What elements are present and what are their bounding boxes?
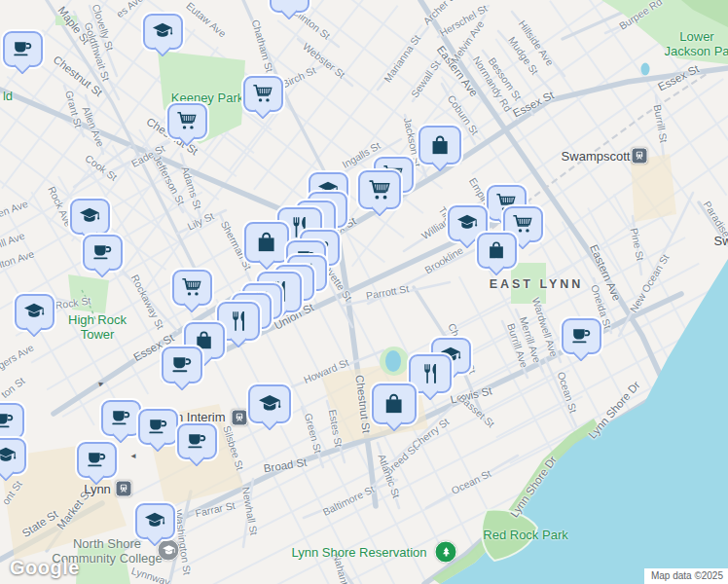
coffee-cup-icon: [91, 241, 113, 263]
marker-pin-graduation-cap[interactable]: [15, 294, 55, 330]
graduation-cap-icon: [456, 212, 478, 234]
shopping-bag-icon: [428, 133, 452, 157]
shopping-bag-icon: [254, 230, 278, 254]
shopping-cart-icon: [176, 110, 198, 131]
google-logo[interactable]: Google: [10, 557, 80, 579]
marker-pin-shopping-cart[interactable]: [243, 76, 283, 112]
marker-pin-shopping-cart[interactable]: [172, 270, 212, 306]
shopping-bag-icon: [486, 239, 507, 261]
graduation-cap-icon: [79, 205, 100, 227]
graduation-cap-icon: [0, 445, 17, 466]
marker-pin-coffee-cup[interactable]: [3, 31, 43, 67]
marker-pin-coffee-cup[interactable]: [177, 423, 217, 459]
marker-pin-shopping-bag[interactable]: [244, 222, 290, 263]
graduation-cap-icon: [152, 20, 173, 42]
marker-pin-graduation-cap[interactable]: [248, 384, 292, 423]
shopping-cart-icon: [512, 213, 533, 235]
shopping-cart-icon: [368, 178, 391, 201]
shopping-bag-icon: [382, 391, 406, 416]
marker-pin-coffee-cup[interactable]: [0, 403, 24, 439]
graduation-cap-icon: [144, 510, 165, 531]
marker-pin-shopping-bag[interactable]: [372, 383, 418, 424]
marker-pin-shopping-bag[interactable]: [477, 233, 517, 269]
marker-pin-graduation-cap[interactable]: [70, 199, 110, 235]
graduation-cap-icon: [258, 392, 281, 416]
coffee-cup-icon: [86, 449, 107, 470]
marker-pin-graduation-cap[interactable]: [0, 438, 26, 474]
coffee-cup-icon: [147, 416, 168, 437]
marker-pin-coffee-cup[interactable]: [83, 235, 123, 271]
shopping-cart-icon: [181, 276, 202, 298]
coffee-cup-icon: [186, 430, 207, 452]
coffee-cup-icon: [570, 325, 592, 347]
marker-layer: [0, 0, 728, 584]
marker-pin-shopping-cart[interactable]: [358, 170, 402, 209]
map-attribution: Map data ©2025: [644, 568, 728, 584]
coffee-cup-icon: [170, 353, 193, 376]
marker-pin-shopping-bag[interactable]: [419, 126, 462, 164]
restaurant-icon: [419, 362, 442, 385]
map[interactable]: Maple Stes AveClovelly StGoldthwait StCh…: [0, 0, 728, 584]
marker-pin-shopping-cart[interactable]: [167, 103, 207, 139]
marker-pin-blank[interactable]: [270, 0, 309, 13]
coffee-cup-icon: [110, 407, 131, 428]
marker-pin-coffee-cup[interactable]: [138, 409, 178, 445]
coffee-cup-icon: [0, 410, 15, 431]
marker-pin-coffee-cup[interactable]: [77, 442, 117, 478]
marker-pin-graduation-cap[interactable]: [143, 14, 183, 50]
coffee-cup-icon: [12, 38, 33, 59]
graduation-cap-icon: [23, 301, 45, 322]
marker-pin-graduation-cap[interactable]: [135, 503, 175, 539]
shopping-cart-icon: [252, 83, 273, 104]
marker-pin-coffee-cup[interactable]: [162, 347, 203, 384]
marker-pin-coffee-cup[interactable]: [562, 318, 601, 354]
restaurant-icon: [227, 310, 250, 333]
marker-pin-coffee-cup[interactable]: [101, 400, 141, 436]
